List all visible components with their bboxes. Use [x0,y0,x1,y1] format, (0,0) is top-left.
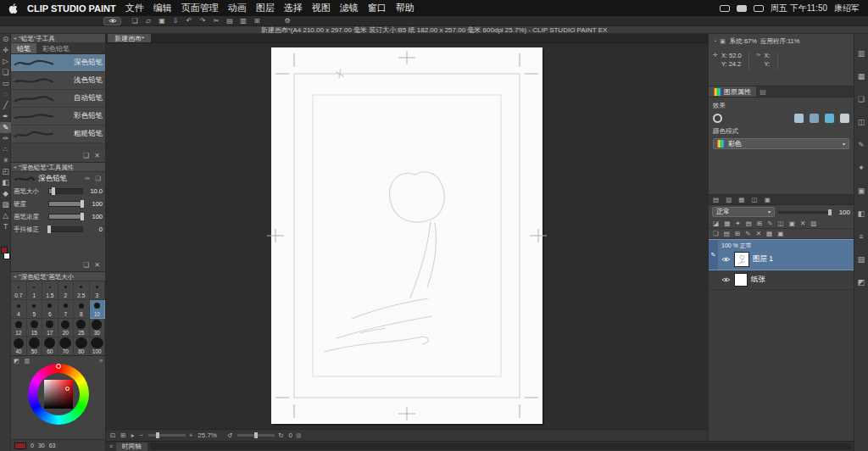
sub-color-chip[interactable] [3,253,10,259]
cut-icon[interactable]: ✂ [211,17,221,25]
subtool-item-light-pencil[interactable]: 浅色铅笔 [11,72,105,90]
tone-effect-icon[interactable] [794,114,804,123]
brush-size-option[interactable]: 2 [58,281,75,300]
timeline-menu-icon[interactable]: ≡ [109,443,113,449]
reset-view-icon[interactable]: ◎ [296,432,303,439]
timeline-track[interactable] [151,443,850,449]
tool-property-footer-icons[interactable]: ❏ ✕ [11,236,105,271]
color-mode-dropdown[interactable]: 彩色 ▾ [713,138,849,149]
input-source-icon[interactable] [720,5,730,12]
battery-icon[interactable] [754,5,764,12]
tab-color-pencil[interactable]: 彩色铅笔 [36,43,75,53]
brush-size-option[interactable]: 100 [90,337,106,356]
brush-size-option[interactable]: 40 [11,337,27,356]
canvas-nav-icons[interactable]: ⊡ ⊞ ▸ [110,432,136,439]
brush-size-option[interactable]: 15 [27,319,43,337]
brush-size-option[interactable]: 30 [90,319,106,337]
layer-thumbnail[interactable] [734,273,748,287]
zoom-slider[interactable] [148,434,186,437]
wifi-icon[interactable] [737,5,747,12]
copy-icon[interactable]: ▤ [225,17,235,25]
menu-animation[interactable]: 动画 [228,2,247,14]
visibility-eye-icon[interactable] [721,276,731,283]
collapse-icon[interactable]: ◂ [14,163,16,172]
menu-file[interactable]: 文件 [125,2,144,14]
redo-icon[interactable]: ↷ [198,17,208,25]
brush-size-slider[interactable] [48,188,83,194]
subtool-panel-footer-icons[interactable]: ❏ ✕ [11,143,105,162]
color-panel-icons[interactable]: ◩ ▥ [14,358,31,365]
apple-logo-icon[interactable] [8,3,18,14]
text-tool-icon[interactable]: T [0,221,11,232]
property-row-icons[interactable]: ✑ ❏ [85,175,103,182]
save-icon[interactable]: ▣ [157,17,167,25]
saturation-value-square[interactable] [44,380,73,409]
layer-panel-tab-icons[interactable]: ▤ ▥ ▦ ◫ ▣ [709,195,854,205]
visibility-button[interactable] [103,17,121,25]
open-file-icon[interactable]: ▱ [143,17,153,25]
brush-size-option[interactable]: 50 [27,337,43,356]
layer-row-selected[interactable]: ✎ 100 % 正常 图层 1 [709,239,854,270]
canvas-viewport[interactable] [106,43,708,429]
brush-size-option[interactable]: 5 [27,300,43,319]
airbrush-tool-icon[interactable]: ∴ [0,144,11,155]
tab-layer-property[interactable]: 图层属性 [709,86,756,97]
subtool-item-dark-pencil[interactable]: 深色铅笔 [11,54,105,72]
eyedropper-tool-icon[interactable]: ╱ [0,100,11,111]
brush-size-header[interactable]: ◂ "深色铅笔"画笔大小 [11,272,105,281]
figure-tool-icon[interactable]: △ [0,210,11,221]
layer-thumbnail[interactable] [734,252,749,267]
hardness-slider[interactable] [48,201,83,207]
zoom-out-icon[interactable]: − [140,432,145,439]
layer-row-paper[interactable]: 纸张 [709,270,854,290]
selection-tool-icon[interactable]: ▭ [0,78,11,89]
zoom-tool-icon[interactable]: ⊙ [0,34,11,45]
layer-color-effect-icon[interactable] [810,114,819,123]
color-chips[interactable] [0,242,11,264]
menu-window[interactable]: 窗口 [368,2,387,14]
gradient-tool-icon[interactable]: ▨ [0,199,11,210]
lasso-tool-icon[interactable]: ◌ [0,89,11,100]
subtool-panel-header[interactable]: ◂ "铅笔"子工具 [11,34,105,43]
subtool-item-auto-pencil[interactable]: 自动铅笔 [11,90,105,108]
tool-property-header[interactable]: ◂ "深色铅笔"工具属性 [11,163,105,172]
pencil-tool-icon[interactable]: ✎ [0,122,11,133]
brush-size-option[interactable]: 4 [11,300,27,319]
document-tab[interactable]: 新建画布* [108,34,151,42]
subtool-item-color-pencil[interactable]: 彩色铅笔 [11,108,105,125]
settings-icon[interactable]: ⚙ [282,17,292,25]
menu-filter[interactable]: 滤镜 [340,2,359,14]
layer-toolbar-icons[interactable]: ◪ ▦ ✦ ▤ ⊞ ✎ ◫ ▣ ✕ ▥ [709,219,854,229]
timeline-tab[interactable]: 时间轴 [116,443,147,451]
main-color-chip[interactable] [1,247,8,253]
hue-marker[interactable] [56,364,61,369]
panel-dock-icons[interactable]: ▤ ▥ ▦ ❏ ◫ ✎ ✦ ▣ ◧ ≡ ▨ ◩ [854,16,868,451]
stabilization-slider[interactable] [48,226,83,232]
rotation-slider[interactable] [237,434,275,437]
brush-size-option[interactable]: 20 [58,319,75,337]
layer-toolbar-icons-2[interactable]: ❏ ▤ ⊞ ✎ ✕ ▦ ▣ [709,229,854,239]
tab-pencil[interactable]: 铅笔 [11,43,36,53]
menubar-user[interactable]: 康绍军 [834,3,860,14]
color-panel-menu-icon[interactable]: ≡ [99,358,103,364]
brush-size-option[interactable]: 80 [74,337,90,356]
pen-tool-icon[interactable]: ✒ [0,111,11,122]
rotate-left-icon[interactable]: ↺ [227,432,234,439]
brush-size-option[interactable]: 1 [27,281,43,300]
current-color-swatch[interactable] [14,443,26,449]
menu-page[interactable]: 页面管理 [181,2,219,14]
move-layer-tool-icon[interactable]: ❏ [0,67,11,78]
extra-panel-tab-icon[interactable]: ▤ [756,86,770,97]
opacity-slider[interactable] [778,211,832,214]
brush-size-option[interactable]: 12 [11,319,27,337]
paste-icon[interactable]: ▥ [238,17,248,25]
new-document-icon[interactable]: ❏ [130,17,140,25]
brush-size-option[interactable]: 70 [58,337,75,356]
brush-size-option[interactable]: 25 [74,319,90,337]
brush-size-option[interactable]: 2.5 [74,281,90,300]
menubar-clock[interactable]: 周五 下午11:50 [771,3,827,14]
subtool-item-rough-pencil[interactable]: 粗糙铅笔 [11,125,105,143]
extract-line-effect-icon[interactable] [825,114,834,123]
menu-view[interactable]: 视图 [312,2,331,14]
rotate-right-icon[interactable]: ↻ [278,432,285,439]
